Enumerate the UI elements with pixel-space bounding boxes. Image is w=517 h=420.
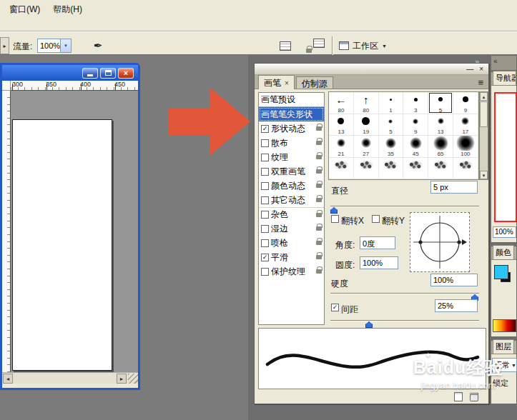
foreground-color-swatch[interactable] [494,265,508,279]
checkbox[interactable] [261,168,269,176]
scroll-thumb[interactable] [480,101,488,127]
navigator-zoom-value[interactable]: 100% [493,226,516,238]
brush-preset-picker-edge[interactable]: ▸ [0,37,9,54]
panel-close-icon[interactable]: × [479,66,483,73]
scroll-left-button[interactable]: ◄ [3,374,13,384]
minimize-button[interactable] [82,68,98,79]
brush-tip-angle-preview[interactable] [410,212,470,272]
checkbox[interactable]: ✓ [261,125,269,133]
checkbox[interactable] [261,154,269,161]
close-button[interactable]: × [118,68,134,79]
slider-thumb[interactable] [365,321,373,328]
checkbox[interactable] [261,182,269,190]
slider-thumb[interactable] [330,207,338,214]
brush-preset-cell[interactable] [453,158,478,180]
workspace-dropdown[interactable]: 工作区 ▼ [336,39,390,53]
brush-preset-cell[interactable]: 45 [403,136,428,158]
restore-button[interactable] [100,68,116,79]
brush-option-row[interactable]: 散布 [259,136,324,150]
toggle-brushes-palette-button[interactable] [303,37,328,54]
scroll-down-icon[interactable]: ▼ [480,171,488,179]
hardness-input[interactable]: 100% [430,274,478,286]
brush-option-row[interactable]: 双重画笔 [259,164,324,179]
new-brush-button[interactable] [454,392,463,401]
checkbox[interactable]: ✓ [261,254,269,261]
menu-item-help[interactable]: 帮助(H) [46,1,89,18]
tab-close-icon[interactable]: × [285,79,289,87]
brush-preset-cell[interactable] [428,158,453,180]
brush-option-row[interactable]: 杂色 [259,207,324,221]
panel-minimize-icon[interactable]: — [466,66,473,73]
brush-preset-cell[interactable] [403,158,428,180]
brush-preset-cell[interactable]: 17 [453,114,478,136]
tab-clone-source[interactable]: 仿制源 [296,76,333,89]
diameter-input[interactable]: 5 px [430,181,478,194]
brush-preset-cell[interactable] [329,158,354,180]
brush-preset-cell[interactable]: ←80 [329,92,354,114]
tab-color[interactable]: 颜色 [493,245,514,259]
checkbox[interactable] [261,211,269,219]
checkbox[interactable] [261,225,269,233]
panel-menu-icon[interactable]: ≡ [478,77,483,88]
spacing-checkbox[interactable]: ✓ [331,304,339,311]
airbrush-toggle-button[interactable]: ✒ [89,37,107,54]
document-titlebar[interactable]: × [2,65,138,81]
brush-option-row[interactable]: 喷枪 [259,236,324,250]
angle-input[interactable]: 0度 [360,236,395,249]
brush-preset-cell[interactable]: 1 [379,92,404,114]
brush-option-row[interactable]: 保护纹理 [259,264,324,279]
checkbox[interactable] [261,239,269,247]
brush-preset-cell[interactable]: 13 [428,114,453,136]
tab-layers[interactable]: 图层 [493,339,514,354]
roundness-input[interactable]: 100% [360,256,398,269]
panel-titlebar[interactable]: — × [255,64,488,75]
brush-preset-cell[interactable] [354,158,379,180]
brush-preset-cell[interactable]: 100 [453,136,478,158]
menu-item-window[interactable]: 窗口(W) [3,1,46,18]
scroll-up-icon[interactable]: ▲ [480,92,488,101]
brush-option-row[interactable]: ✓平滑 [259,250,324,264]
flip-x-checkbox[interactable] [331,215,339,223]
brush-presets-item[interactable]: 画笔预设 [259,93,324,107]
horizontal-scrollbar[interactable]: ◄ ► [2,372,138,384]
dock-collapse-left-icon[interactable]: « [493,57,498,65]
brush-preset-cell[interactable]: 27 [354,136,379,158]
brush-preset-cell[interactable]: 21 [329,136,354,158]
brush-preset-cell[interactable] [379,158,404,180]
navigator-preview[interactable] [494,92,517,222]
flow-combobox[interactable]: 100% ▼ [37,39,72,53]
resize-grip[interactable] [128,374,138,384]
brush-option-row[interactable]: 纹理 [259,150,324,164]
brush-preset-cell[interactable]: 5 [428,92,453,114]
brush-tip-shape-item[interactable]: 画笔笔尖形状 [259,107,324,121]
brush-grid-scrollbar[interactable]: ▲ ▼ [479,91,488,180]
color-spectrum-bar[interactable] [493,319,516,332]
brush-option-row[interactable]: 颜色动态 [259,179,324,193]
flow-dropdown-icon[interactable]: ▼ [60,39,71,52]
flip-y-checkbox[interactable] [372,215,380,223]
brush-preset-cell[interactable]: 19 [354,114,379,136]
spacing-input[interactable]: 25% [435,299,478,312]
checkbox[interactable] [261,139,269,147]
brush-preset-cell[interactable]: 9 [403,114,428,136]
scroll-right-button[interactable]: ► [117,374,127,384]
spacing-slider[interactable] [330,318,479,328]
brush-preset-cell[interactable]: 3 [403,92,428,114]
brush-option-row[interactable]: ✓形状动态 [259,121,324,136]
tab-navigator[interactable]: 导航器 [493,71,516,85]
brush-preset-cell[interactable]: 65 [428,136,453,158]
brush-preset-cell[interactable]: 35 [379,136,404,158]
checkbox[interactable] [261,196,269,204]
delete-brush-button[interactable] [470,393,478,401]
brush-preset-cell[interactable]: ↑80 [354,92,379,114]
brush-preset-cell[interactable]: 5 [379,114,404,136]
canvas[interactable] [12,119,112,371]
blend-mode-dropdown[interactable]: 正常 ▼ [492,358,517,372]
tab-brushes[interactable]: 画笔 × [258,75,295,89]
brush-option-row[interactable]: 其它动态 [259,193,324,207]
brush-preset-cell[interactable]: 9 [453,92,478,114]
toggle-panel-button[interactable] [276,37,295,54]
brush-option-row[interactable]: 湿边 [259,221,324,236]
brush-preset-cell[interactable]: 13 [329,114,354,136]
checkbox[interactable] [261,268,269,276]
